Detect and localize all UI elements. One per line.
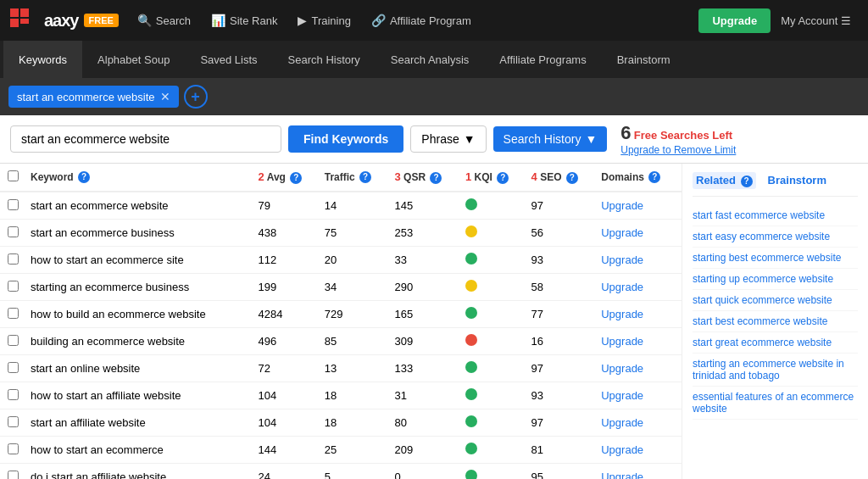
domains-cell: Upgrade bbox=[596, 328, 682, 355]
add-tab-button[interactable]: + bbox=[184, 85, 208, 109]
nav-search-analysis[interactable]: Search Analysis bbox=[376, 41, 485, 78]
qsr-cell: 133 bbox=[390, 355, 460, 382]
nav-saved-lists[interactable]: Saved Lists bbox=[185, 41, 272, 78]
table-row: do i start an affiliate website 24 5 0 9… bbox=[0, 464, 682, 480]
kqi-cell bbox=[460, 382, 526, 409]
avg-cell: 199 bbox=[253, 274, 320, 301]
sidebar-tab-related[interactable]: Related ? bbox=[693, 172, 756, 189]
traffic-cell: 75 bbox=[320, 220, 390, 247]
phrase-dropdown-button[interactable]: Phrase ▼ bbox=[410, 125, 486, 153]
nav-alphabet-soup[interactable]: Alphabet Soup bbox=[82, 41, 185, 78]
sidebar-item-7[interactable]: starting an ecommerce website in trinida… bbox=[693, 354, 858, 387]
table-row: start an online website 72 13 133 97 Upg… bbox=[0, 355, 682, 382]
row-checkbox-3[interactable] bbox=[8, 281, 19, 292]
nav-affiliate-programs[interactable]: Affiliate Programs bbox=[484, 41, 601, 78]
qsr-info-icon[interactable]: ? bbox=[430, 172, 442, 184]
table-row: start an affiliate website 104 18 80 97 … bbox=[0, 409, 682, 437]
row-checkbox-7[interactable] bbox=[8, 389, 19, 400]
select-all-checkbox[interactable] bbox=[8, 170, 19, 181]
keywords-table-section: Keyword ? 2 Avg ? Traffic ? 3 QSR bbox=[0, 164, 682, 479]
seo-info-icon[interactable]: ? bbox=[566, 172, 578, 184]
training-nav-btn[interactable]: ▶ Training bbox=[289, 8, 359, 32]
table-row: starting an ecommerce business 199 34 29… bbox=[0, 274, 682, 301]
nav-keywords[interactable]: Keywords bbox=[3, 41, 82, 78]
row-checkbox-8[interactable] bbox=[8, 416, 19, 427]
row-checkbox-2[interactable] bbox=[8, 253, 19, 265]
kqi-info-icon[interactable]: ? bbox=[497, 172, 509, 184]
related-info-icon[interactable]: ? bbox=[741, 175, 753, 187]
siterank-nav-btn[interactable]: 📊 Site Rank bbox=[203, 8, 286, 32]
kqi-dot bbox=[465, 361, 477, 373]
bar-chart-icon: 📊 bbox=[211, 14, 225, 27]
row-checkbox-5[interactable] bbox=[8, 335, 19, 346]
upgrade-link[interactable]: Upgrade bbox=[601, 443, 643, 456]
upgrade-link[interactable]: Upgrade bbox=[601, 362, 643, 375]
svg-rect-0 bbox=[10, 8, 19, 17]
search-history-button[interactable]: Search History ▼ bbox=[493, 126, 608, 152]
sidebar-item-3[interactable]: starting up ecommerce website bbox=[693, 269, 858, 290]
search-input[interactable] bbox=[10, 125, 281, 153]
keyword-cell: start an ecommerce website bbox=[25, 192, 253, 220]
kqi-dot bbox=[465, 470, 477, 479]
row-checkbox-10[interactable] bbox=[8, 471, 19, 480]
upgrade-button[interactable]: Upgrade bbox=[698, 8, 771, 33]
search-tab[interactable]: start an ecommerce website ✕ bbox=[8, 86, 179, 108]
traffic-cell: 25 bbox=[320, 437, 390, 464]
traffic-cell: 20 bbox=[320, 247, 390, 274]
qsr-cell: 33 bbox=[390, 247, 460, 274]
traffic-info-icon[interactable]: ? bbox=[359, 171, 371, 183]
upgrade-link[interactable]: Upgrade bbox=[601, 253, 643, 266]
sidebar-item-0[interactable]: start fast ecommerce website bbox=[693, 205, 858, 226]
kqi-dot bbox=[465, 334, 477, 346]
sidebar-tab-brainstorm[interactable]: Brainstorm bbox=[765, 172, 830, 189]
upgrade-link[interactable]: Upgrade bbox=[601, 335, 643, 348]
upgrade-link[interactable]: Upgrade bbox=[601, 389, 643, 402]
avg-cell: 24 bbox=[253, 464, 320, 480]
nav-search-history[interactable]: Search History bbox=[273, 41, 376, 78]
keyword-info-icon[interactable]: ? bbox=[78, 171, 90, 183]
sidebar-item-8[interactable]: essential features of an ecommerce websi… bbox=[693, 387, 858, 420]
upgrade-link[interactable]: Upgrade bbox=[601, 199, 643, 212]
kqi-cell bbox=[460, 220, 526, 247]
logo: aaxy FREE bbox=[10, 8, 119, 32]
row-checkbox-4[interactable] bbox=[8, 308, 19, 319]
qsr-cell: 253 bbox=[390, 220, 460, 247]
row-checkbox-6[interactable] bbox=[8, 362, 19, 373]
row-checkbox-0[interactable] bbox=[8, 199, 19, 210]
upgrade-link[interactable]: Upgrade bbox=[601, 471, 643, 479]
upgrade-to-remove-link[interactable]: Upgrade to Remove Limit bbox=[620, 144, 736, 156]
kqi-dot bbox=[465, 415, 477, 427]
my-account-button[interactable]: My Account ☰ bbox=[774, 9, 858, 32]
search-nav-btn[interactable]: 🔍 Search bbox=[129, 8, 199, 32]
qsr-cell: 309 bbox=[390, 328, 460, 355]
affiliate-program-nav-btn[interactable]: 🔗 Affiliate Program bbox=[363, 8, 480, 32]
sidebar-item-2[interactable]: starting best ecommerce website bbox=[693, 248, 858, 269]
keyword-cell: how to build an ecommerce website bbox=[25, 301, 253, 328]
domains-cell: Upgrade bbox=[596, 220, 682, 247]
traffic-cell: 729 bbox=[320, 301, 390, 328]
sidebar-item-5[interactable]: start best ecommerce website bbox=[693, 311, 858, 332]
sidebar-item-4[interactable]: start quick ecommerce website bbox=[693, 290, 858, 311]
row-checkbox-9[interactable] bbox=[8, 443, 19, 454]
upgrade-link[interactable]: Upgrade bbox=[601, 226, 643, 239]
domains-info-icon[interactable]: ? bbox=[648, 171, 660, 183]
secondary-nav: Keywords Alphabet Soup Saved Lists Searc… bbox=[0, 41, 868, 78]
row-checkbox-1[interactable] bbox=[8, 226, 19, 237]
sidebar-item-6[interactable]: start great ecommerce website bbox=[693, 332, 858, 354]
find-keywords-button[interactable]: Find Keywords bbox=[288, 125, 403, 153]
upgrade-link[interactable]: Upgrade bbox=[601, 308, 643, 320]
domains-cell: Upgrade bbox=[596, 301, 682, 328]
upgrade-link[interactable]: Upgrade bbox=[601, 416, 643, 429]
seo-cell: 77 bbox=[526, 301, 597, 328]
tab-close-icon[interactable]: ✕ bbox=[160, 90, 170, 103]
nav-brainstorm[interactable]: Brainstorm bbox=[602, 41, 686, 78]
seo-cell: 56 bbox=[526, 220, 597, 247]
avg-cell: 144 bbox=[253, 437, 320, 464]
table-row: start an ecommerce business 438 75 253 5… bbox=[0, 220, 682, 247]
keyword-cell: start an ecommerce business bbox=[25, 220, 253, 247]
upgrade-link[interactable]: Upgrade bbox=[601, 281, 643, 293]
sidebar-item-1[interactable]: start easy ecommerce website bbox=[693, 226, 858, 248]
avg-cell: 112 bbox=[253, 247, 320, 274]
avg-info-icon[interactable]: ? bbox=[290, 172, 302, 184]
seo-cell: 97 bbox=[526, 409, 597, 437]
